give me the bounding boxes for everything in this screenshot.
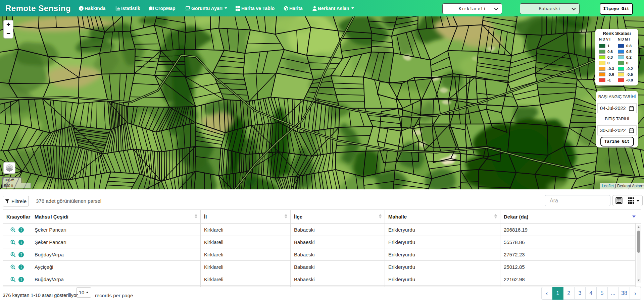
- svg-text:?: ?: [80, 6, 82, 10]
